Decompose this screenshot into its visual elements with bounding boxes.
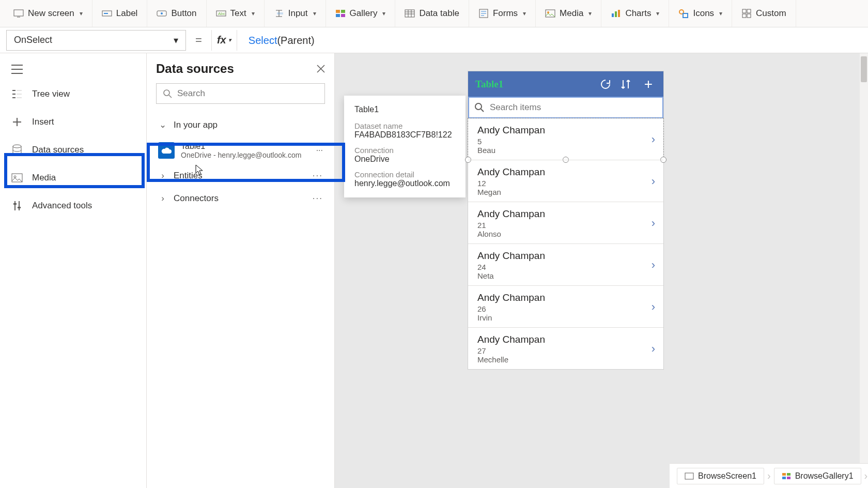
item-sub: Beau bbox=[477, 146, 652, 155]
svg-rect-7 bbox=[336, 10, 340, 13]
fx-button[interactable]: fx ▾ bbox=[211, 30, 237, 51]
close-button[interactable] bbox=[317, 65, 325, 73]
phone-title: Table1 bbox=[475, 79, 594, 90]
more-button[interactable]: ··· bbox=[313, 171, 323, 181]
property-dropdown[interactable]: OnSelect ▾ bbox=[6, 30, 186, 51]
datasource-tooltip: Table1 Dataset name FA4BADB8183CF7B8!122… bbox=[344, 96, 466, 197]
phone-search[interactable] bbox=[468, 97, 663, 118]
left-nav-rail: Tree viewInsertData sourcesMediaAdvanced… bbox=[0, 53, 147, 488]
label-icon bbox=[102, 8, 112, 19]
property-name: OnSelect bbox=[14, 35, 52, 45]
chevron-down-icon: ▾ bbox=[252, 10, 255, 17]
svg-rect-23 bbox=[747, 14, 751, 18]
nav-media[interactable]: Media bbox=[0, 164, 146, 192]
breadcrumb-screen[interactable]: BrowseScreen1 bbox=[677, 468, 764, 484]
svg-rect-17 bbox=[618, 10, 620, 17]
nav-label: Media bbox=[32, 173, 56, 183]
tooltip-dataset-value: FA4BADB8183CF7B8!122 bbox=[354, 130, 455, 140]
media2-icon bbox=[11, 172, 23, 184]
group-label: In your app bbox=[174, 120, 218, 130]
input-icon bbox=[274, 8, 284, 19]
data-source-search[interactable] bbox=[156, 83, 325, 104]
app-canvas[interactable]: Table1 Dataset name FA4BADB8183CF7B8!122… bbox=[335, 53, 860, 463]
svg-rect-31 bbox=[685, 473, 693, 479]
vertical-scrollbar[interactable] bbox=[860, 53, 868, 463]
group-in-your-app[interactable]: ⌄ In your app bbox=[156, 113, 325, 136]
nav-label: Advanced tools bbox=[32, 201, 92, 211]
tooltip-detail-label: Connection detail bbox=[354, 170, 455, 179]
breadcrumb-gallery[interactable]: BrowseGallery1 bbox=[774, 468, 861, 484]
add-button[interactable]: + bbox=[641, 77, 656, 91]
ribbon-gallery[interactable]: Gallery▾ bbox=[326, 0, 396, 27]
data-source-entry[interactable]: Table1 OneDrive - henry.legge@outlook.co… bbox=[156, 136, 325, 164]
ribbon-icons[interactable]: Icons▾ bbox=[669, 0, 732, 27]
hamburger-button[interactable] bbox=[0, 58, 146, 80]
crumb-label: BrowseScreen1 bbox=[698, 471, 756, 481]
ribbon-data-table[interactable]: Data table bbox=[395, 0, 469, 27]
text-icon: Abc bbox=[216, 8, 226, 19]
entry-name: Table1 bbox=[181, 142, 301, 151]
list-item[interactable]: Andy Champan 5 Beau › bbox=[468, 118, 663, 160]
tooltip-connection-label: Connection bbox=[354, 146, 455, 155]
ribbon-input[interactable]: Input▾ bbox=[265, 0, 326, 27]
ribbon-custom[interactable]: Custom bbox=[732, 0, 796, 27]
refresh-button[interactable] bbox=[599, 78, 615, 90]
group-connectors[interactable]: › Connectors ··· bbox=[156, 187, 325, 210]
item-number: 24 bbox=[477, 263, 652, 271]
list-item[interactable]: Andy Champan 24 Neta › bbox=[468, 243, 663, 285]
phone-search-input[interactable] bbox=[490, 102, 657, 113]
ribbon-new-screen[interactable]: New screen▾ bbox=[4, 0, 92, 27]
panel-title: Data sources bbox=[156, 62, 234, 76]
svg-point-30 bbox=[475, 103, 482, 110]
nav-insert[interactable]: Insert bbox=[0, 108, 146, 136]
chevron-down-icon: ▾ bbox=[719, 10, 722, 17]
svg-point-3 bbox=[161, 12, 163, 14]
sort-button[interactable] bbox=[620, 79, 636, 90]
tooltip-dataset-label: Dataset name bbox=[354, 121, 455, 130]
nav-tree-view[interactable]: Tree view bbox=[0, 80, 146, 108]
svg-rect-35 bbox=[787, 477, 791, 479]
chevron-down-icon: ▾ bbox=[656, 10, 659, 17]
nav-label: Insert bbox=[32, 117, 54, 127]
list-item[interactable]: Andy Champan 21 Alonso › bbox=[468, 202, 663, 243]
svg-rect-27 bbox=[13, 203, 17, 205]
more-button[interactable]: ··· bbox=[313, 193, 323, 204]
charts-icon bbox=[611, 8, 621, 19]
chevron-right-icon: › bbox=[652, 217, 655, 230]
ribbon-charts[interactable]: Charts▾ bbox=[601, 0, 669, 27]
ribbon-text[interactable]: AbcText▾ bbox=[207, 0, 265, 27]
list-item[interactable]: Andy Champan 27 Mechelle › bbox=[468, 327, 663, 369]
canvas-area: Table1 Dataset name FA4BADB8183CF7B8!122… bbox=[335, 53, 868, 488]
nav-label: Data sources bbox=[32, 145, 84, 155]
nav-advanced-tools[interactable]: Advanced tools bbox=[0, 192, 146, 220]
ribbon-forms[interactable]: Forms▾ bbox=[469, 0, 536, 27]
more-button[interactable]: ··· bbox=[316, 146, 323, 155]
ribbon-button[interactable]: Button bbox=[147, 0, 206, 27]
phone-preview: Table1 + Andy Champan 5 Beau › bbox=[468, 71, 663, 369]
ribbon-label[interactable]: Label bbox=[92, 0, 148, 27]
svg-rect-0 bbox=[14, 10, 23, 16]
gallery-icon bbox=[335, 8, 346, 19]
onedrive-icon bbox=[158, 142, 175, 159]
ribbon-media[interactable]: Media▾ bbox=[536, 0, 601, 27]
insert-ribbon: New screen▾LabelButtonAbcText▾Input▾Gall… bbox=[0, 0, 868, 27]
scroll-thumb[interactable] bbox=[861, 56, 867, 82]
formula-input[interactable]: Select(Parent) bbox=[243, 34, 862, 47]
close-icon bbox=[317, 65, 325, 73]
formula-arg: (Parent) bbox=[277, 35, 314, 46]
chevron-right-icon: › bbox=[158, 171, 167, 181]
plus-icon bbox=[11, 116, 23, 128]
ribbon-label: Input bbox=[288, 8, 308, 19]
ribbon-label: Charts bbox=[625, 8, 651, 19]
nav-data-sources[interactable]: Data sources bbox=[0, 136, 146, 164]
list-item[interactable]: Andy Champan 26 Irvin › bbox=[468, 285, 663, 327]
svg-rect-9 bbox=[336, 14, 340, 17]
chevron-right-icon: › bbox=[652, 300, 655, 314]
item-name: Andy Champan bbox=[477, 166, 652, 178]
group-entities[interactable]: › Entities ··· bbox=[156, 164, 325, 187]
ribbon-label: Text bbox=[230, 8, 246, 19]
list-item[interactable]: Andy Champan 12 Megan › bbox=[468, 160, 663, 202]
ribbon-label: Data table bbox=[419, 8, 459, 19]
search-input[interactable] bbox=[177, 88, 318, 99]
media-icon bbox=[545, 8, 555, 19]
